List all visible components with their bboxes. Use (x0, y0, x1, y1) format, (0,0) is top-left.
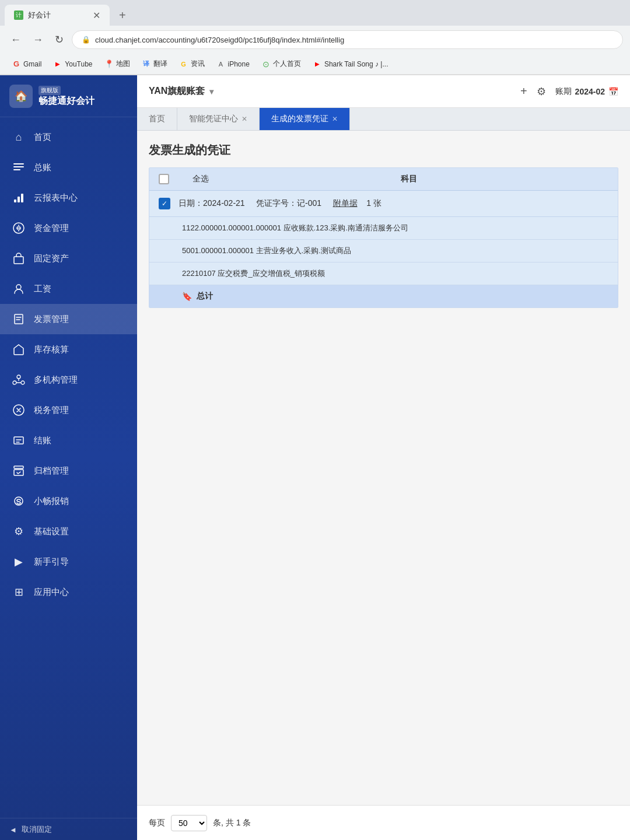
total-count-text: 条, 共 1 条 (213, 818, 251, 828)
assets-icon (12, 251, 26, 265)
sidebar-item-expense-label: 小畅报销 (34, 496, 69, 507)
sidebar-item-funds[interactable]: 资金管理 (0, 213, 137, 243)
tab-close-button[interactable]: ✕ (93, 10, 100, 21)
bookmark-maps[interactable]: 📍 地图 (100, 57, 135, 71)
total-label: 总计 (197, 291, 213, 302)
tab-smart-voucher[interactable]: 智能凭证中心 ✕ (177, 108, 260, 130)
calendar-icon[interactable]: 📅 (608, 87, 618, 96)
sidebar-item-inventory[interactable]: 库存核算 (0, 334, 137, 365)
tab-label: 好会计 (28, 10, 51, 20)
sidebar-title-group: 旗舰版 畅捷通好会计 (38, 85, 94, 107)
select-all-checkbox[interactable] (159, 174, 169, 184)
sidebar-item-tax[interactable]: 税务管理 (0, 395, 137, 425)
svg-rect-10 (15, 314, 23, 324)
closing-icon (12, 433, 26, 447)
back-button[interactable]: ← (7, 32, 24, 48)
add-button[interactable]: + (520, 85, 527, 98)
bookmark-youtube[interactable]: ▶ YouTube (48, 58, 97, 71)
sidebar-header: 🏠 旗舰版 畅捷通好会计 (0, 75, 137, 117)
app-logo: 🏠 (9, 85, 33, 108)
ledger-icon (12, 160, 26, 174)
voucher-cert-no: 凭证字号：记-001 (256, 198, 321, 208)
sidebar-item-guide[interactable]: ▶ 新手引导 (0, 547, 137, 577)
forward-button[interactable]: → (29, 32, 47, 48)
payroll-icon (12, 282, 26, 296)
svg-rect-5 (21, 194, 23, 202)
bookmark-iphone[interactable]: A iPhone (212, 58, 254, 71)
detail-row-3-content: 22210107 应交税费_应交增值税_销项税额 (182, 269, 325, 278)
app-container: 🏠 旗舰版 畅捷通好会计 ⌂ 首页 总账 (0, 75, 630, 840)
sidebar-item-payroll[interactable]: 工资 (0, 274, 137, 304)
svg-rect-2 (13, 169, 20, 170)
settings-button[interactable]: ⚙ (537, 85, 546, 98)
sidebar-item-multi-org[interactable]: 多机构管理 (0, 365, 137, 395)
multi-org-icon (12, 373, 26, 387)
svg-rect-16 (14, 466, 23, 468)
bookmark-translate[interactable]: 译 翻译 (137, 57, 172, 71)
tab-generated-voucher-label: 生成的发票凭证 (271, 114, 328, 124)
row-checkbox[interactable]: ✓ (159, 198, 170, 209)
tab-smart-voucher-close[interactable]: ✕ (242, 115, 247, 123)
tab-home[interactable]: 首页 (137, 108, 177, 130)
account-dropdown-icon: ▾ (209, 87, 214, 96)
sidebar-item-expense[interactable]: 小畅报销 (0, 486, 137, 516)
sidebar-item-reports[interactable]: 云报表中心 (0, 183, 137, 213)
sidebar: 🏠 旗舰版 畅捷通好会计 ⌂ 首页 总账 (0, 75, 137, 840)
tab-smart-voucher-label: 智能凭证中心 (189, 114, 238, 124)
svg-rect-0 (13, 163, 24, 164)
sidebar-item-archive[interactable]: 归档管理 (0, 456, 137, 486)
sidebar-footer-label: 取消固定 (22, 824, 52, 835)
sidebar-item-settings[interactable]: ⚙ 基础设置 (0, 516, 137, 547)
voucher-total-row: 🔖 总计 (149, 285, 618, 307)
news-icon: G (179, 60, 188, 69)
sidebar-item-guide-label: 新手引导 (34, 556, 69, 568)
table-body: ✓ 日期：2024-02-21 凭证字号：记-001 附单据 1 张 (149, 191, 618, 307)
guide-icon: ▶ (12, 555, 26, 569)
per-page-select[interactable]: 50 20 100 (171, 815, 207, 831)
tab-generated-voucher[interactable]: 生成的发票凭证 ✕ (260, 108, 350, 130)
content-tabs: 首页 智能凭证中心 ✕ 生成的发票凭证 ✕ (137, 108, 630, 131)
period-value: 2024-02 (575, 87, 605, 96)
tax-icon (12, 403, 26, 417)
bookmark-shark[interactable]: ▶ Shark Tail Song ♪ |... (308, 58, 393, 71)
bookmark-homepage[interactable]: ⊙ 个人首页 (257, 57, 306, 71)
sidebar-item-closing[interactable]: 结账 (0, 425, 137, 456)
sidebar-item-home[interactable]: ⌂ 首页 (0, 122, 137, 152)
bookmark-news[interactable]: G 资讯 (174, 57, 209, 71)
sidebar-item-ledger-label: 总账 (34, 162, 51, 173)
iphone-icon: A (216, 60, 226, 69)
browser-tab[interactable]: 计 好会计 ✕ (5, 5, 110, 26)
appstore-icon: ⊞ (12, 585, 26, 599)
sidebar-item-assets[interactable]: 固定资产 (0, 243, 137, 274)
voucher-detail-row-1: 1122.000001.000001.000001 应收账款.123.采购.南通… (149, 217, 618, 240)
detail-row-2-content: 5001.000001.000001 主营业务收入.采购.测试商品 (182, 246, 351, 255)
new-tab-button[interactable]: + (114, 6, 131, 24)
top-bar-actions: + ⚙ 账期 2024-02 📅 (520, 85, 618, 98)
sidebar-item-invoice-label: 发票管理 (34, 314, 69, 325)
sidebar-item-settings-label: 基础设置 (34, 526, 69, 537)
settings-icon: ⚙ (12, 524, 26, 538)
svg-rect-1 (13, 166, 24, 167)
homepage-icon: ⊙ (261, 60, 271, 69)
sidebar-item-closing-label: 结账 (34, 435, 51, 446)
bookmark-shark-label: Shark Tail Song ♪ |... (324, 60, 388, 68)
sidebar-item-appstore-label: 应用中心 (34, 587, 69, 598)
sidebar-item-appstore[interactable]: ⊞ 应用中心 (0, 577, 137, 607)
browser-chrome: 计 好会计 ✕ + ← → ↻ 🔒 cloud.chanjet.com/acco… (0, 0, 630, 75)
select-all-col (159, 174, 188, 184)
voucher-attachment[interactable]: 附单据 (333, 198, 358, 208)
url-bar[interactable]: 🔒 cloud.chanjet.com/accounting/u6t720sei… (72, 30, 623, 49)
sidebar-item-invoice[interactable]: 发票管理 (0, 304, 137, 334)
voucher-row-header: ✓ 日期：2024-02-21 凭证字号：记-001 附单据 1 张 (149, 191, 618, 217)
tab-generated-voucher-close[interactable]: ✕ (332, 115, 338, 123)
sidebar-footer[interactable]: ◄ 取消固定 (0, 818, 137, 840)
bookmark-iphone-label: iPhone (228, 60, 250, 68)
voucher-meta: 日期：2024-02-21 凭证字号：记-001 附单据 1 张 (178, 198, 382, 209)
account-selector[interactable]: YAN旗舰账套 ▾ (149, 85, 214, 97)
voucher-table: 全选 科目 ✓ 日期：2024-02-21 凭证字号：记-001 (149, 167, 618, 308)
reload-button[interactable]: ↻ (51, 31, 67, 48)
sidebar-item-ledger[interactable]: 总账 (0, 152, 137, 183)
account-name: YAN旗舰账套 (149, 85, 205, 97)
bookmark-gmail[interactable]: G Gmail (7, 58, 46, 71)
period-label: 账期 (555, 86, 572, 97)
